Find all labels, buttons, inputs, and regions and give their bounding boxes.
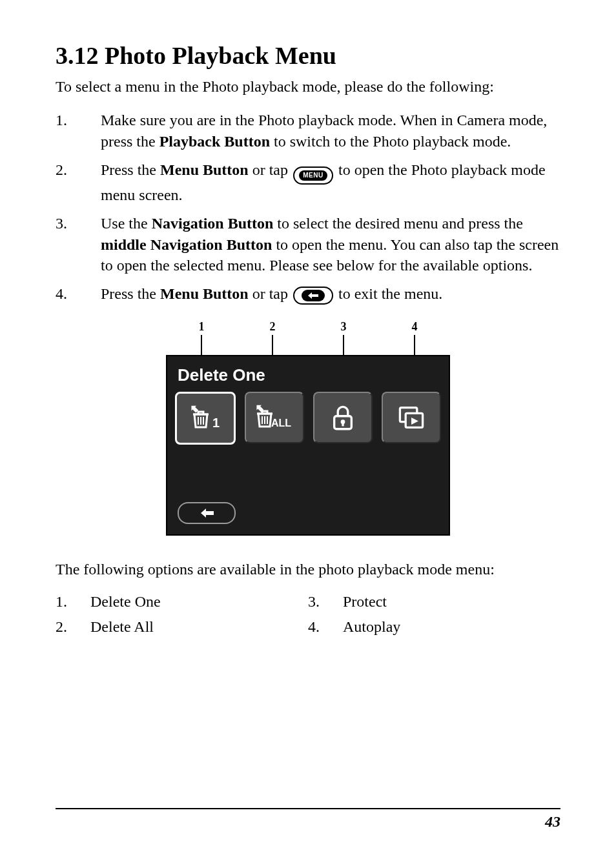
- step-number: 3.: [56, 213, 101, 276]
- option-item: 3.Protect: [308, 593, 560, 611]
- svg-text:1: 1: [212, 416, 220, 430]
- section-heading: 3.12 Photo Playback Menu: [56, 41, 560, 70]
- option-item: 1.Delete One: [56, 593, 308, 611]
- protect-icon[interactable]: [313, 392, 373, 443]
- delete-one-icon[interactable]: 1: [175, 392, 236, 445]
- exit-button[interactable]: [178, 502, 236, 524]
- autoplay-icon[interactable]: [382, 392, 441, 443]
- option-item: 4.Autoplay: [308, 618, 560, 636]
- callout: 1: [166, 320, 237, 355]
- svg-text:ALL: ALL: [271, 418, 291, 429]
- footer-rule: [56, 808, 560, 809]
- steps-list: 1.Make sure you are in the Photo playbac…: [56, 110, 560, 305]
- step-text: Use the Navigation Button to select the …: [101, 213, 560, 276]
- callout: 4: [379, 320, 450, 355]
- intro-text: To select a menu in the Photo playback m…: [56, 76, 560, 97]
- step-text: Press the Menu Button or tap to exit the…: [101, 283, 560, 305]
- delete-all-icon[interactable]: ALL: [245, 392, 304, 443]
- back-pill-icon: [293, 287, 333, 305]
- step-number: 2.: [56, 159, 101, 205]
- screenshot-title: Delete One: [178, 365, 441, 385]
- options-intro: The following options are available in t…: [56, 559, 560, 580]
- step-text: Make sure you are in the Photo playback …: [101, 110, 560, 152]
- page-number: 43: [56, 813, 560, 831]
- menu-screenshot: 1234 Delete One 1: [166, 320, 450, 536]
- callout: 2: [237, 320, 308, 355]
- step-text: Press the Menu Button or tap MENU to ope…: [101, 159, 560, 205]
- step-number: 1.: [56, 110, 101, 152]
- step-number: 4.: [56, 283, 101, 305]
- callout: 3: [308, 320, 379, 355]
- options-list: 1.Delete One2.Delete All 3.Protect4.Auto…: [56, 593, 560, 643]
- menu-pill-icon: MENU: [293, 167, 333, 185]
- option-item: 2.Delete All: [56, 618, 308, 636]
